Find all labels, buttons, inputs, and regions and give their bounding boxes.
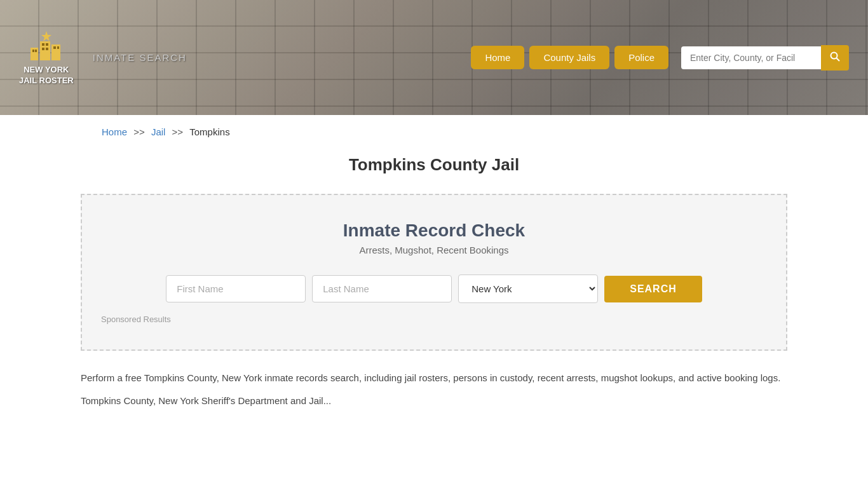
svg-marker-11 [41,31,51,41]
svg-rect-1 [40,41,50,60]
nav-police-button[interactable]: Police [614,46,668,69]
nav-home-button[interactable]: Home [471,46,524,69]
sponsored-results: Sponsored Results [101,315,767,324]
svg-line-13 [837,58,840,61]
svg-point-12 [831,52,837,58]
breadcrumb-home[interactable]: Home [102,126,127,137]
svg-rect-4 [35,50,37,52]
search-icon [830,51,840,62]
header-search-input[interactable] [681,46,821,69]
last-name-input[interactable] [312,275,452,302]
header-search-area [681,45,849,71]
breadcrumb-sep-2: >> [172,126,184,137]
svg-rect-6 [46,43,48,46]
search-button[interactable]: SEARCH [604,276,702,302]
svg-rect-3 [32,50,34,52]
inmate-search-label: INMATE SEARCH [93,52,187,63]
breadcrumb-jail[interactable]: Jail [151,126,166,137]
record-check-form: AlabamaAlaskaArizonaArkansasCaliforniaCo… [101,274,767,303]
svg-rect-9 [53,46,56,49]
logo-text: NEW YORK JAIL ROSTER [19,65,74,86]
header: NEW YORK JAIL ROSTER INMATE SEARCH Home … [0,0,868,115]
breadcrumb-current: Tompkins [189,126,229,137]
svg-rect-5 [42,43,44,46]
first-name-input[interactable] [166,275,306,302]
svg-rect-8 [46,48,48,50]
nav-county-jails-button[interactable]: County Jails [529,46,609,69]
record-check-subtitle: Arrests, Mugshot, Recent Bookings [101,245,767,255]
logo-svg [27,29,65,64]
record-check-box: Inmate Record Check Arrests, Mugshot, Re… [81,194,787,351]
page-title: Tompkins County Jail [0,155,868,175]
description-para-2: Tompkins County, New York Sheriff's Depa… [81,393,787,409]
header-search-button[interactable] [821,45,849,71]
svg-rect-10 [57,46,59,49]
logo-area: NEW YORK JAIL ROSTER [19,29,74,86]
nav-area: Home County Jails Police [471,46,668,69]
logo-icon [27,29,65,64]
state-select[interactable]: AlabamaAlaskaArizonaArkansasCaliforniaCo… [458,274,598,303]
header-content: NEW YORK JAIL ROSTER INMATE SEARCH Home … [0,0,868,115]
svg-rect-7 [42,48,44,50]
breadcrumb-sep-1: >> [133,126,145,137]
description-para-1: Perform a free Tompkins County, New York… [81,370,787,386]
record-check-title: Inmate Record Check [101,220,767,241]
breadcrumb: Home >> Jail >> Tompkins [0,115,868,149]
description-area: Perform a free Tompkins County, New York… [81,370,787,409]
